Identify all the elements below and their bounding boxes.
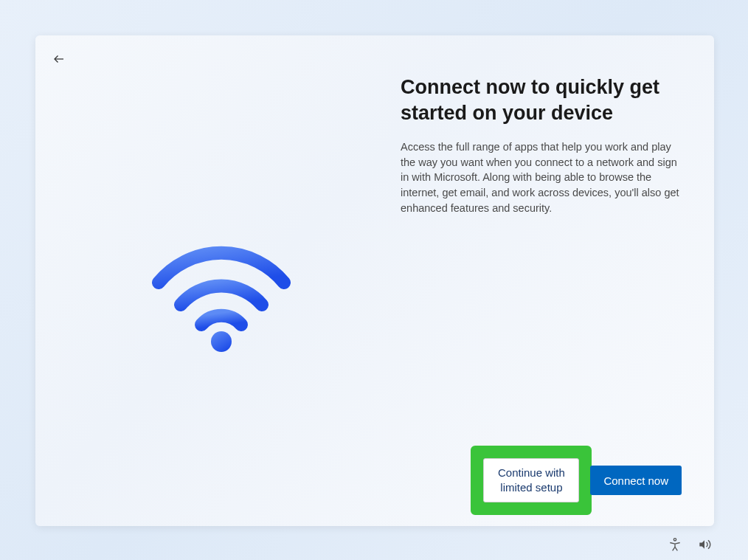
arrow-left-icon: [52, 52, 66, 66]
wifi-illustration: [130, 227, 313, 367]
accessibility-button[interactable]: [667, 536, 683, 553]
volume-icon: [697, 537, 712, 552]
wifi-icon: [148, 242, 295, 353]
highlight-box: Continue with limited setup: [471, 446, 592, 515]
page-heading: Connect now to quickly get started on yo…: [401, 75, 688, 126]
system-tray: [667, 536, 713, 553]
button-row: Continue with limited setup Connect now: [471, 446, 682, 515]
volume-button[interactable]: [696, 536, 713, 553]
continue-limited-setup-button[interactable]: Continue with limited setup: [483, 458, 579, 502]
accessibility-icon: [668, 537, 682, 552]
svg-marker-3: [699, 540, 704, 549]
connect-now-button[interactable]: Connect now: [590, 466, 682, 495]
content-area: Connect now to quickly get started on yo…: [401, 75, 688, 215]
back-button[interactable]: [47, 47, 71, 71]
svg-point-1: [211, 331, 232, 352]
setup-panel: Connect now to quickly get started on yo…: [35, 35, 714, 526]
svg-point-2: [673, 539, 676, 541]
page-description: Access the full range of apps that help …: [401, 139, 688, 215]
